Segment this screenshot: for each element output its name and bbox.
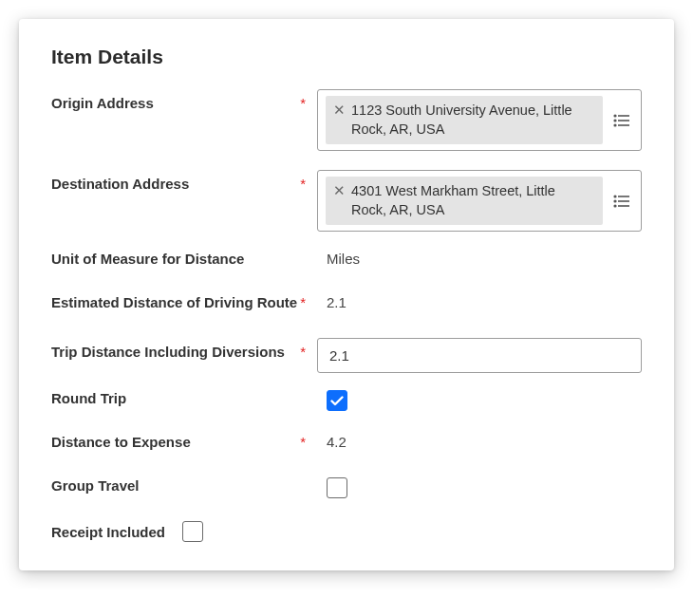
destination-address-field[interactable]: ✕ 4301 West Markham Street, Little Rock,… — [317, 170, 642, 232]
required-marker: * — [300, 434, 313, 450]
required-marker: * — [300, 344, 313, 360]
origin-address-chip: ✕ 1123 South University Avenue, Little R… — [326, 96, 603, 144]
receipt-included-checkbox[interactable] — [182, 521, 203, 542]
svg-point-4 — [614, 124, 616, 126]
destination-address-chip: ✕ 4301 West Markham Street, Little Rock,… — [326, 177, 603, 225]
distance-to-expense-label: Distance to Expense — [51, 434, 191, 450]
round-trip-row: Round Trip — [51, 390, 642, 417]
required-marker: * — [300, 294, 313, 310]
trip-distance-row: Trip Distance Including Diversions * — [51, 338, 642, 373]
unit-of-measure-row: Unit of Measure for Distance Miles — [51, 251, 642, 277]
trip-distance-label: Trip Distance Including Diversions — [51, 344, 285, 360]
close-icon[interactable]: ✕ — [331, 182, 351, 199]
round-trip-label: Round Trip — [51, 390, 126, 406]
list-icon[interactable] — [610, 191, 633, 212]
list-icon[interactable] — [610, 110, 633, 131]
round-trip-checkbox[interactable] — [327, 390, 347, 411]
origin-address-value: 1123 South University Avenue, Little Roc… — [351, 102, 593, 139]
svg-point-6 — [614, 196, 616, 197]
unit-of-measure-value: Miles — [317, 251, 360, 267]
destination-address-label: Destination Address — [51, 176, 189, 192]
estimated-distance-row: Estimated Distance of Driving Route * 2.… — [51, 294, 642, 321]
origin-address-field[interactable]: ✕ 1123 South University Avenue, Little R… — [317, 89, 642, 151]
receipt-included-row: Receipt Included — [51, 521, 642, 542]
item-details-card: Item Details Origin Address * ✕ 1123 Sou… — [19, 19, 674, 570]
destination-address-value: 4301 West Markham Street, Little Rock, A… — [351, 182, 593, 219]
estimated-distance-value: 2.1 — [317, 294, 346, 310]
required-marker: * — [300, 176, 313, 192]
origin-address-label: Origin Address — [51, 95, 154, 111]
group-travel-checkbox[interactable] — [327, 477, 347, 498]
group-travel-label: Group Travel — [51, 477, 140, 494]
close-icon[interactable]: ✕ — [331, 102, 351, 119]
svg-point-0 — [614, 115, 616, 117]
required-marker: * — [300, 95, 313, 111]
svg-point-2 — [614, 120, 616, 121]
trip-distance-input[interactable] — [317, 338, 642, 373]
svg-point-8 — [614, 200, 616, 202]
section-title: Item Details — [51, 46, 642, 68]
unit-of-measure-label: Unit of Measure for Distance — [51, 251, 244, 267]
destination-address-row: Destination Address * ✕ 4301 West Markha… — [51, 170, 642, 232]
estimated-distance-label: Estimated Distance of Driving Route — [51, 294, 297, 310]
receipt-included-label: Receipt Included — [51, 524, 165, 540]
distance-to-expense-value: 4.2 — [317, 434, 346, 450]
distance-to-expense-row: Distance to Expense * 4.2 — [51, 434, 642, 460]
svg-point-10 — [614, 205, 616, 207]
group-travel-row: Group Travel — [51, 477, 642, 504]
origin-address-row: Origin Address * ✕ 1123 South University… — [51, 89, 642, 151]
